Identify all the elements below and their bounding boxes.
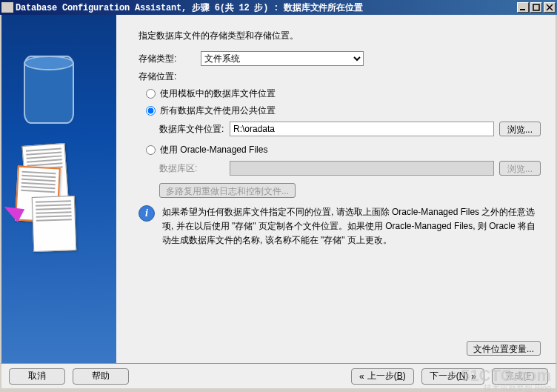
info-text: 如果希望为任何数据库文件指定不同的位置, 请选取上面除 Oracle-Manag…: [162, 205, 541, 248]
storage-type-select[interactable]: 文件系统: [201, 51, 364, 66]
watermark: 51CTO.com 技术成就梦想 Blog: [461, 368, 551, 392]
minimize-button[interactable]: [517, 2, 529, 13]
browse-button[interactable]: 浏览...: [499, 122, 541, 136]
titlebar: Database Configuration Assistant, 步骤 6(共…: [0, 0, 557, 15]
app-icon: [1, 2, 13, 13]
db-file-location-input[interactable]: [230, 122, 494, 136]
browse-button-disabled: 浏览...: [499, 161, 541, 176]
content-area: 指定数据库文件的存储类型和存储位置。 存储类型: 文件系统 存储位置: 使用模板…: [0, 15, 557, 363]
window-buttons: [517, 2, 556, 13]
file-location-vars-button[interactable]: 文件位置变量...: [467, 341, 541, 356]
db-area-input: [230, 161, 494, 176]
cancel-button[interactable]: 取消: [9, 368, 65, 385]
storage-type-label: 存储类型:: [139, 53, 201, 65]
radio-common-location[interactable]: [146, 106, 156, 116]
description-text: 指定数据库文件的存储类型和存储位置。: [139, 30, 541, 42]
window-title: Database Configuration Assistant, 步骤 6(共…: [16, 1, 517, 14]
database-illustration: [24, 56, 74, 124]
info-icon: i: [139, 205, 155, 222]
svg-rect-1: [533, 4, 539, 10]
wizard-sidebar: [1, 15, 116, 363]
close-button[interactable]: [544, 2, 556, 13]
info-block: i 如果希望为任何数据库文件指定不同的位置, 请选取上面除 Oracle-Man…: [139, 205, 541, 248]
radio-omf[interactable]: [146, 145, 156, 155]
radio-template-location-label: 使用模板中的数据库文件位置: [160, 87, 276, 100]
radio-omf-label: 使用 Oracle-Managed Files: [160, 144, 267, 156]
maximize-button[interactable]: [530, 2, 542, 13]
help-button[interactable]: 帮助: [73, 368, 129, 385]
db-file-location-label: 数据库文件位置:: [159, 123, 230, 136]
chevron-left-icon: «: [359, 371, 364, 382]
radio-template-location[interactable]: [146, 89, 156, 99]
storage-location-label: 存储位置:: [139, 70, 541, 83]
multiplex-button: 多路复用重做日志和控制文件...: [159, 183, 296, 198]
main-panel: 指定数据库文件的存储类型和存储位置。 存储类型: 文件系统 存储位置: 使用模板…: [116, 15, 556, 363]
radio-common-location-label: 所有数据库文件使用公共位置: [160, 104, 276, 117]
db-area-label: 数据库区:: [159, 162, 230, 175]
back-button[interactable]: « 上一步(B): [351, 368, 414, 385]
